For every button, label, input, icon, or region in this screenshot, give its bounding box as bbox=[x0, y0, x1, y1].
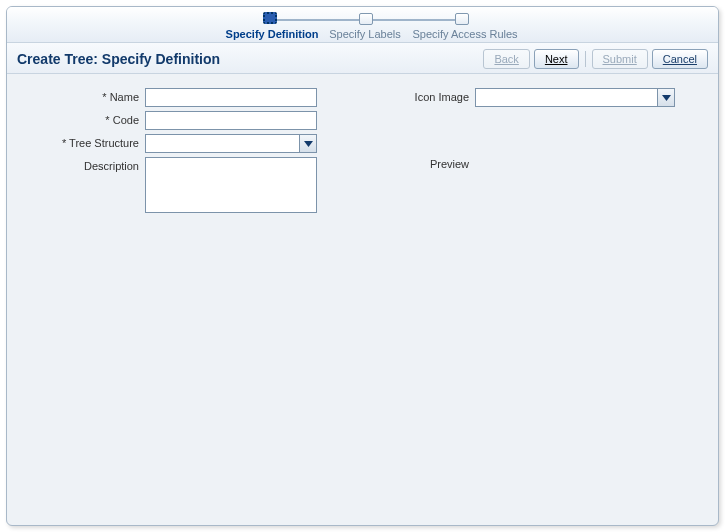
next-button[interactable]: Next bbox=[534, 49, 579, 69]
train-label-specify-access-rules[interactable]: Specify Access Rules bbox=[405, 28, 525, 40]
code-label: Code bbox=[19, 111, 139, 126]
train-stop-specify-definition[interactable] bbox=[263, 12, 277, 24]
description-field[interactable] bbox=[145, 157, 317, 213]
icon-image-label: Icon Image bbox=[389, 88, 469, 103]
name-field[interactable] bbox=[145, 88, 317, 107]
name-label: Name bbox=[19, 88, 139, 103]
back-button: Back bbox=[483, 49, 529, 69]
train-label-specify-definition[interactable]: Specify Definition bbox=[217, 28, 327, 40]
form-column-right: Icon Image Preview bbox=[389, 88, 675, 213]
train-stop-specify-labels[interactable] bbox=[359, 13, 373, 25]
wizard-train: Specify Definition Specify Labels Specif… bbox=[217, 11, 517, 41]
code-field[interactable] bbox=[145, 111, 317, 130]
train-stop-specify-access-rules[interactable] bbox=[455, 13, 469, 25]
form-area: Name Code Tree Structure Description Ico… bbox=[7, 74, 718, 227]
wizard-train-bar: Specify Definition Specify Labels Specif… bbox=[7, 7, 718, 43]
dropdown-arrow-icon[interactable] bbox=[299, 135, 316, 152]
tree-structure-select[interactable] bbox=[145, 134, 317, 153]
description-label: Description bbox=[19, 157, 139, 172]
form-column-left: Name Code Tree Structure Description bbox=[19, 88, 349, 213]
wizard-container: Specify Definition Specify Labels Specif… bbox=[6, 6, 719, 526]
preview-label: Preview bbox=[389, 155, 469, 170]
dropdown-arrow-icon[interactable] bbox=[657, 89, 674, 106]
train-label-specify-labels[interactable]: Specify Labels bbox=[325, 28, 405, 40]
svg-marker-1 bbox=[662, 95, 671, 101]
tree-structure-label: Tree Structure bbox=[19, 134, 139, 149]
title-bar: Create Tree: Specify Definition Back Nex… bbox=[7, 43, 718, 74]
button-separator bbox=[585, 51, 586, 67]
button-row: Back Next Submit Cancel bbox=[483, 49, 708, 69]
submit-button: Submit bbox=[592, 49, 648, 69]
cancel-button[interactable]: Cancel bbox=[652, 49, 708, 69]
page-title: Create Tree: Specify Definition bbox=[17, 51, 220, 67]
svg-marker-0 bbox=[304, 141, 313, 147]
icon-image-select[interactable] bbox=[475, 88, 675, 107]
